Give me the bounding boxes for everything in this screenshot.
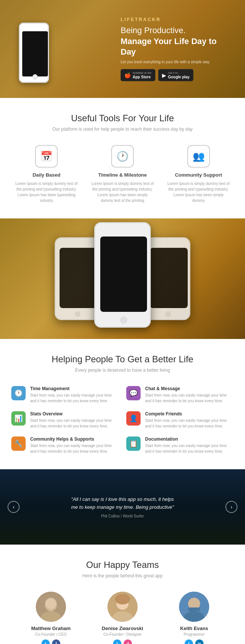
hero-tagline: Being Productive. Manage Your Life Day t…: [121, 25, 234, 58]
helping-content-1: Chat & Message Start from now, you can e…: [145, 386, 234, 404]
helping-header: Helping People To Get a Better Life Ever…: [11, 354, 234, 373]
avatar-keith: [179, 592, 209, 622]
team-role-keith: Programmer: [164, 632, 224, 636]
helping-feat-title-4: Community Helps & Supports: [30, 436, 119, 442]
google-play-icon: ▶: [162, 72, 166, 78]
social-links-matthew: t f: [21, 639, 81, 644]
feature-desc-1: Lorem Ipsum is simply dummy text of the …: [91, 181, 154, 203]
features-subtitle: Our platform is used for help people to …: [11, 127, 234, 132]
hero-phone-illustration: [11, 19, 60, 98]
appstore-text: Available on the App Store: [133, 71, 152, 79]
chevron-right-icon: ›: [231, 504, 233, 510]
team-grid: Matthew Graham Co-Founder / CEO t f Deni…: [11, 592, 234, 644]
phone-right-screen: [150, 248, 188, 308]
hero-subtitle: Let you track everything in your life wi…: [121, 60, 234, 64]
feature-title-2: Community Support: [167, 172, 230, 178]
testimonial-section: ‹ "All I can say is I love this app so m…: [0, 469, 245, 545]
phone-left-screen: [60, 248, 97, 308]
team-name-denise: Denise Zwarovski: [92, 626, 153, 631]
stats-icon: 📊: [11, 411, 26, 426]
svg-point-3: [46, 598, 56, 609]
hero-section: LIFETRACKR Being Productive. Manage Your…: [0, 0, 245, 98]
phone-center-screen: [100, 237, 147, 312]
time-management-icon: 🕐: [11, 386, 26, 400]
calendar-icon: 📅: [35, 145, 58, 168]
testimonial-prev-button[interactable]: ‹: [8, 501, 20, 513]
feature-community: 👥 Community Support Lorem Ipsum is simpl…: [163, 145, 234, 203]
feature-desc-2: Lorem Ipsum is simply dummy text of the …: [167, 181, 230, 203]
social-links-denise: t d: [92, 639, 153, 644]
team-name-keith: Keith Evans: [164, 626, 224, 631]
team-member-keith: Keith Evans Programmer t in: [164, 592, 224, 644]
compete-friends-icon: 👤: [126, 411, 141, 426]
helping-feat-title-1: Chat & Message: [145, 386, 234, 391]
appstore-button[interactable]: 🍎 Available on the App Store: [121, 69, 155, 81]
helping-section: Helping People To Get a Better Life Ever…: [0, 339, 245, 469]
helping-feat-desc-3: Start from now, you can easily manage yo…: [145, 418, 234, 429]
helping-feat-title-2: Stats Overview: [30, 411, 119, 417]
feature-daily-based: 📅 Daily Based Lorem Ipsum is simply dumm…: [11, 145, 82, 203]
phone-right: [145, 237, 190, 320]
helping-feat-desc-0: Start from now, you can easily manage yo…: [30, 392, 119, 404]
chevron-left-icon: ‹: [13, 504, 15, 510]
team-member-denise: Denise Zwarovski Co-Founder / Designer t…: [92, 592, 153, 644]
hero-brand: LIFETRACKR: [121, 17, 234, 22]
helping-feat-desc-1: Start from now, you can easily manage yo…: [145, 392, 234, 404]
community-icon: 👥: [187, 145, 210, 168]
helping-features-list: 🕐 Time Management Start from now, you ca…: [11, 386, 234, 454]
svg-rect-11: [188, 607, 200, 611]
helping-feat-desc-5: Start from now, you can easily manage yo…: [145, 443, 234, 454]
team-section: Our Happy Teams Here is the people behin…: [0, 545, 245, 644]
features-title: Useful Tools For Your Life: [11, 113, 234, 124]
helping-feat-title-5: Documentation: [145, 436, 234, 442]
avatar-matthew: [36, 592, 66, 622]
matthew-twitter-button[interactable]: t: [41, 639, 50, 644]
matthew-facebook-button[interactable]: f: [52, 639, 60, 644]
team-name-matthew: Matthew Graham: [21, 626, 81, 631]
phone-center: [94, 222, 151, 328]
team-role-denise: Co-Founder / Designer: [92, 632, 153, 636]
phone-right-btn: [165, 311, 171, 317]
helping-feat-title-0: Time Management: [30, 386, 119, 391]
testimonial-quote: "All I can say is I love this app so muc…: [70, 496, 175, 511]
denise-dribbble-button[interactable]: d: [124, 639, 132, 644]
phones-showcase-section: [0, 218, 245, 339]
helping-content-3: Compete Friends Start from now, you can …: [145, 411, 234, 429]
helping-item-1: 💬 Chat & Message Start from now, you can…: [126, 386, 234, 404]
social-links-keith: t in: [164, 639, 224, 644]
testimonial-content: "All I can say is I love this app so muc…: [47, 496, 198, 519]
googleplay-text: Get it on Google play: [168, 71, 190, 79]
feature-desc-0: Lorem Ipsum is simply dummy text of the …: [15, 181, 78, 203]
store-buttons: 🍎 Available on the App Store ▶ Get it on…: [121, 69, 234, 81]
keith-linkedin-button[interactable]: in: [195, 639, 204, 644]
team-title: Our Happy Teams: [11, 560, 234, 570]
phones-container: [55, 222, 190, 335]
features-grid: 📅 Daily Based Lorem Ipsum is simply dumm…: [11, 145, 234, 203]
googleplay-button[interactable]: ▶ Get it on Google play: [158, 69, 193, 81]
feature-title-0: Daily Based: [15, 172, 78, 178]
testimonial-next-button[interactable]: ›: [225, 501, 237, 513]
chat-message-icon: 💬: [126, 386, 141, 400]
phone-center-btn: [120, 317, 127, 324]
team-subtitle: Here is the people behind this great app: [11, 573, 234, 578]
avatar-denise: [107, 592, 138, 622]
clock-icon: 🕐: [111, 145, 134, 168]
hero-text-block: LIFETRACKR Being Productive. Manage Your…: [121, 17, 234, 81]
helping-feat-title-3: Compete Friends: [145, 411, 234, 417]
helping-content-2: Stats Overview Start from now, you can e…: [30, 411, 119, 429]
helping-content-4: Community Helps & Supports Start from no…: [30, 436, 119, 454]
helping-item-0: 🕐 Time Management Start from now, you ca…: [11, 386, 119, 404]
helping-title: Helping People To Get a Better Life: [11, 354, 234, 365]
feature-title-1: Timeline & Milestone: [91, 172, 154, 178]
community-help-icon: 🔧: [11, 436, 26, 451]
helping-feat-desc-2: Start from now, you can easily manage yo…: [30, 418, 119, 429]
denise-twitter-button[interactable]: t: [113, 639, 121, 644]
helping-item-2: 📊 Stats Overview Start from now, you can…: [11, 411, 119, 429]
apple-icon: 🍎: [124, 72, 131, 78]
keith-twitter-button[interactable]: t: [185, 639, 193, 644]
features-section: Useful Tools For Your Life Our platform …: [0, 98, 245, 218]
helping-item-4: 🔧 Community Helps & Supports Start from …: [11, 436, 119, 454]
feature-timeline: 🕐 Timeline & Milestone Lorem Ipsum is si…: [87, 145, 158, 203]
phone-left: [55, 237, 100, 320]
testimonial-author: Phil Collins / World Surfer: [70, 514, 175, 518]
